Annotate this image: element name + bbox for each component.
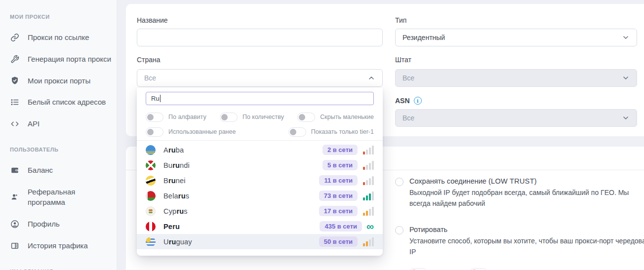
signal-bars-icon [363, 161, 374, 170]
country-name: Uruguay [163, 238, 192, 246]
sidebar-item-history[interactable]: История трафика [10, 235, 112, 257]
toggle-вручную[interactable]: Вручную [409, 268, 457, 270]
referral-icon [10, 192, 20, 202]
country-row-brunei[interactable]: Brunei11 в сети [137, 173, 383, 188]
toggle-label: Использованные ранее [168, 128, 236, 135]
country-name: Burundi [163, 161, 190, 169]
sidebar-item-code[interactable]: API [10, 113, 112, 135]
sidebar-item-wallet[interactable]: Баланс [10, 159, 112, 181]
sidebar-item-label: Белый список адресов [28, 97, 106, 108]
rotate-label: Ротировать [409, 226, 644, 233]
state-field-label: Штат [395, 56, 411, 64]
online-count-badge: 73 в сети [319, 191, 358, 201]
sidebar-item-label: Реферальная программа [28, 187, 112, 208]
toggle-по-алфавиту[interactable]: По алфавиту [146, 113, 206, 122]
country-filter-toggles: По алфавитуПо количествуСкрыть маленькие… [146, 110, 374, 139]
option-keep-connection: Сохранять соединение (LOW TRUST) Выходно… [395, 177, 644, 209]
toggle-switch-icon [470, 268, 487, 270]
country-field-label: Страна [137, 56, 161, 64]
signal-bars-icon [363, 207, 374, 216]
asn-field-label-row: ASN i [395, 97, 422, 105]
country-search-input[interactable]: Ru [146, 92, 374, 105]
info-icon[interactable]: i [414, 97, 422, 105]
chevron-down-icon [622, 114, 630, 122]
toggle-switch-icon [409, 268, 427, 270]
country-row-cyprus[interactable]: Cyprus17 в сети [137, 203, 383, 219]
toggle-label: По количеству [242, 114, 284, 120]
keep-connection-radio[interactable] [395, 178, 403, 186]
name-field-label: Название [137, 16, 168, 24]
toggle-row: Использованные ранееПоказать только tier… [146, 124, 374, 139]
country-select[interactable]: Все [137, 69, 383, 87]
online-count-badge: 2 в сети [322, 145, 358, 155]
toggle-switch-icon [297, 113, 315, 122]
infinity-icon: ∞ [366, 223, 374, 230]
chevron-up-icon [367, 74, 375, 82]
sidebar-section-title: МОИ ПРОКСИ [10, 14, 112, 20]
history-icon [10, 241, 20, 251]
toggle-switch-icon [146, 127, 163, 137]
brunei-flag-icon [146, 176, 156, 186]
country-row-belarus[interactable]: Belarus73 в сети [137, 188, 383, 203]
country-row-aruba[interactable]: Aruba2 в сети [137, 142, 383, 157]
signal-bars-icon [363, 237, 374, 246]
code-icon [10, 119, 20, 129]
uruguay-flag-icon [146, 237, 156, 247]
country-list: Aruba2 в сетиBurundi5 в сетиBrunei11 в с… [137, 142, 383, 249]
toggle-switch-icon [220, 113, 238, 122]
link-icon [10, 33, 20, 42]
rotate-description: Установите способ, которым вы хотите, чт… [409, 236, 644, 257]
country-row-peru[interactable]: Peru435 в сети∞ [137, 219, 383, 234]
sidebar-section-title: ПОЛЬЗОВАТЕЛЬ [10, 147, 112, 153]
sidebar-item-shield[interactable]: Мои прокси порты [10, 70, 112, 92]
type-field-label: Тип [395, 16, 406, 24]
country-name: Cyprus [163, 207, 188, 215]
toggle-по-количеству[interactable]: По количеству [220, 113, 284, 122]
option-rotate: Ротировать Установите способ, которым вы… [395, 226, 644, 270]
panel-divider [137, 140, 383, 141]
online-count-badge: 11 в сети [319, 175, 358, 186]
asn-field-label: ASN [395, 97, 410, 105]
country-name: Aruba [163, 146, 184, 154]
toggle-row: По алфавитуПо количествуСкрыть маленькие [146, 110, 374, 124]
sidebar-item-list[interactable]: Белый список адресов [10, 91, 112, 113]
list-icon [10, 97, 20, 107]
burundi-flag-icon [146, 160, 156, 170]
sidebar-item-link[interactable]: Прокси по ссылке [10, 27, 112, 48]
state-select: Все [395, 69, 637, 87]
name-input[interactable] [137, 29, 383, 46]
country-row-uruguay[interactable]: Uruguay50 в сети [137, 234, 383, 249]
online-count-badge: 435 в сети [320, 221, 362, 231]
sidebar-item-wrench[interactable]: Генерация порта прокси [10, 48, 112, 70]
cyprus-flag-icon [146, 206, 156, 216]
toggle-каждый-запрос[interactable]: Каждый запрос [470, 268, 536, 270]
sidebar-item-label: API [28, 118, 40, 129]
toggle-switch-icon [288, 127, 306, 137]
sidebar-item-label: Прокси по ссылке [28, 32, 89, 43]
state-select-value: Все [402, 74, 414, 82]
sidebar-item-label: Генерация порта прокси [28, 54, 111, 65]
chevron-down-icon [622, 34, 630, 41]
toggle-использованные-ранее[interactable]: Использованные ранее [146, 127, 236, 137]
country-row-burundi[interactable]: Burundi5 в сети [137, 157, 383, 173]
keep-connection-description: Выходной IP будет подобран всегда, самый… [409, 188, 644, 209]
toggle-показать-только-tier-1[interactable]: Показать только tier-1 [288, 127, 374, 137]
keep-connection-label: Сохранять соединение (LOW TRUST) [409, 177, 644, 185]
sidebar-item-label: Баланс [28, 165, 53, 176]
type-select[interactable]: Резидентный [395, 29, 637, 46]
country-name: Belarus [163, 192, 189, 200]
sidebar-item-profile[interactable]: Профиль [10, 213, 112, 235]
asn-select: Все [395, 109, 637, 127]
profile-icon [10, 219, 20, 229]
country-dropdown-panel: Ru По алфавитуПо количествуСкрыть малень… [137, 88, 383, 256]
belarus-flag-icon [146, 191, 156, 201]
wrench-icon [10, 54, 20, 64]
signal-bars-icon [363, 176, 374, 185]
low-trust-tag: (LOW TRUST) [488, 177, 537, 185]
sidebar-item-referral[interactable]: Реферальная программа [10, 181, 112, 214]
toggle-скрыть-маленькие[interactable]: Скрыть маленькие [297, 113, 374, 122]
rotate-toggle-group: ВручнуюКаждый запрос [409, 268, 644, 270]
rotate-radio[interactable] [395, 226, 403, 234]
country-name: Peru [163, 223, 180, 231]
toggle-switch-icon [146, 113, 163, 122]
